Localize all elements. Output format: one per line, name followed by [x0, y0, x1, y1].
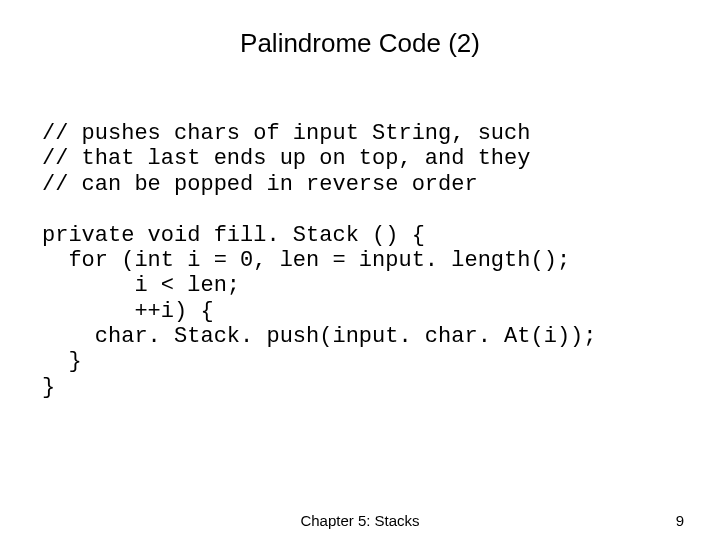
code-line-7: } — [42, 375, 55, 400]
comment-block: // pushes chars of input String, such //… — [0, 121, 720, 197]
code-line-3: i < len; — [42, 273, 240, 298]
code-line-1: private void fill. Stack () { — [42, 223, 425, 248]
comment-line-2: // that last ends up on top, and they — [42, 146, 530, 171]
slide-title: Palindrome Code (2) — [0, 0, 720, 59]
footer-page-number: 9 — [676, 512, 684, 529]
code-line-2: for (int i = 0, len = input. length(); — [42, 248, 570, 273]
code-line-5: char. Stack. push(input. char. At(i)); — [42, 324, 597, 349]
comment-line-3: // can be popped in reverse order — [42, 172, 478, 197]
footer-chapter: Chapter 5: Stacks — [300, 512, 419, 529]
code-line-4: ++i) { — [42, 299, 214, 324]
code-line-6: } — [42, 349, 82, 374]
code-block: private void fill. Stack () { for (int i… — [0, 223, 720, 400]
comment-line-1: // pushes chars of input String, such — [42, 121, 530, 146]
